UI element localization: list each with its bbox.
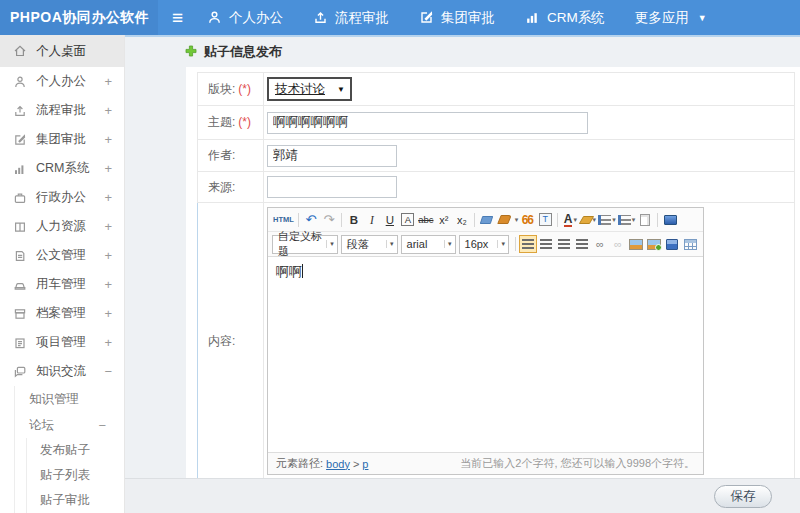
sidebar-item-vehicle[interactable]: 用车管理 + bbox=[0, 270, 124, 299]
media-button[interactable] bbox=[663, 235, 681, 253]
media-icon bbox=[666, 239, 678, 250]
caret-down-icon: ▼ bbox=[698, 13, 707, 23]
new-document-button[interactable] bbox=[636, 211, 654, 229]
eraser-button[interactable] bbox=[478, 211, 496, 229]
board-select[interactable]: 技术讨论 ▼ bbox=[267, 77, 352, 101]
strikethrough-button[interactable]: abc bbox=[417, 211, 435, 229]
nav-item-personal-office[interactable]: 个人办公 bbox=[207, 9, 283, 27]
rich-text-editor: HTML ↶ ↷ B I U A abc x² bbox=[267, 207, 704, 475]
sidebar-item-group-approval[interactable]: 集团审批 + bbox=[0, 125, 124, 154]
form-panel: 版块:(*) 技术讨论 ▼ 主题:(*) 作者: bbox=[186, 67, 800, 478]
content-header: 贴子信息发布 bbox=[125, 37, 800, 67]
italic-button[interactable]: I bbox=[363, 211, 381, 229]
sidebar-item-personal-office[interactable]: 个人办公 + bbox=[0, 67, 124, 96]
table-button[interactable] bbox=[681, 235, 699, 253]
element-path-label: 元素路径: bbox=[276, 456, 323, 471]
person-icon bbox=[13, 75, 28, 89]
font-color-button[interactable]: A▾ bbox=[561, 211, 579, 229]
bold-button[interactable]: B bbox=[345, 211, 363, 229]
sidebar-item-projects[interactable]: 项目管理 + bbox=[0, 328, 124, 357]
sidebar-item-hr[interactable]: 人力资源 + bbox=[0, 212, 124, 241]
sidebar-item-workflow-approval[interactable]: 流程审批 + bbox=[0, 96, 124, 125]
collapse-icon[interactable]: − bbox=[98, 418, 106, 433]
chat-icon bbox=[13, 365, 28, 379]
nav-item-workflow-approval[interactable]: 流程审批 bbox=[313, 9, 389, 27]
sidebar-item-knowledge-mgmt[interactable]: 知识管理 bbox=[15, 386, 124, 412]
sidebar-item-official-docs[interactable]: 公文管理 + bbox=[0, 241, 124, 270]
sidebar-item-post-publish[interactable]: 发布贴子 bbox=[27, 438, 124, 463]
align-left-icon bbox=[522, 239, 534, 249]
font-border-button[interactable]: A bbox=[401, 213, 414, 226]
sidebar-item-forum[interactable]: 论坛 − bbox=[15, 412, 124, 438]
nav-item-more-apps[interactable]: 更多应用 ▼ bbox=[635, 9, 707, 27]
source-input[interactable] bbox=[267, 176, 397, 198]
caret-down-icon: ▾ bbox=[386, 240, 394, 248]
redo-button[interactable]: ↷ bbox=[320, 211, 338, 229]
image-button[interactable] bbox=[627, 235, 645, 253]
ordered-list-button[interactable]: ▾ bbox=[597, 211, 617, 229]
expand-icon[interactable]: + bbox=[104, 219, 112, 234]
book-icon bbox=[13, 220, 28, 234]
align-center-button[interactable] bbox=[537, 235, 555, 253]
sidebar-item-crm[interactable]: CRM系统 + bbox=[0, 154, 124, 183]
document-icon bbox=[13, 249, 28, 263]
sidebar-item-archives[interactable]: 档案管理 + bbox=[0, 299, 124, 328]
sidebar-item-personal-desktop[interactable]: 个人桌面 bbox=[0, 35, 124, 67]
new-document-icon bbox=[640, 214, 650, 226]
sidebar-item-post-approval[interactable]: 贴子审批 bbox=[27, 488, 124, 513]
custom-title-dropdown[interactable]: 自定义标题▾ bbox=[272, 235, 338, 254]
expand-icon[interactable]: + bbox=[104, 306, 112, 321]
expand-icon[interactable]: + bbox=[104, 103, 112, 118]
align-justify-button[interactable] bbox=[573, 235, 591, 253]
superscript-button[interactable]: x² bbox=[435, 211, 453, 229]
chart-icon bbox=[13, 162, 28, 176]
sidebar-item-knowledge[interactable]: 知识交流 − bbox=[0, 357, 124, 386]
form-footer: 保存 bbox=[125, 478, 800, 513]
font-size-dropdown[interactable]: 16px▾ bbox=[459, 235, 509, 254]
expand-icon[interactable]: + bbox=[104, 161, 112, 176]
subject-input[interactable] bbox=[267, 112, 588, 134]
remove-link-button[interactable]: ∞ bbox=[609, 235, 627, 253]
paste-as-text-button[interactable]: T bbox=[539, 213, 552, 226]
nav-item-group-approval[interactable]: 集团审批 bbox=[419, 9, 495, 27]
fullscreen-button[interactable] bbox=[661, 211, 679, 229]
nav-item-crm[interactable]: CRM系统 bbox=[525, 9, 605, 27]
font-family-dropdown[interactable]: arial▾ bbox=[401, 235, 456, 254]
align-right-button[interactable] bbox=[555, 235, 573, 253]
collapse-icon[interactable]: − bbox=[104, 364, 112, 379]
expand-icon[interactable]: + bbox=[104, 190, 112, 205]
expand-icon[interactable]: + bbox=[104, 277, 112, 292]
expand-icon[interactable]: + bbox=[104, 132, 112, 147]
editor-toolbar-row1: HTML ↶ ↷ B I U A abc x² bbox=[268, 208, 703, 232]
highlight-color-button[interactable]: ▾ bbox=[579, 211, 597, 229]
blockquote-button[interactable]: 66 bbox=[518, 211, 536, 229]
path-body-link[interactable]: body bbox=[326, 458, 350, 470]
save-button[interactable]: 保存 bbox=[714, 485, 772, 508]
sidebar-item-post-list[interactable]: 贴子列表 bbox=[27, 463, 124, 488]
html-source-button[interactable]: HTML bbox=[272, 211, 295, 229]
undo-button[interactable]: ↶ bbox=[302, 211, 320, 229]
editor-text: 啊啊 bbox=[276, 264, 302, 279]
unordered-list-button[interactable]: ▾ bbox=[617, 211, 637, 229]
format-brush-button[interactable] bbox=[496, 211, 514, 229]
expand-icon[interactable]: + bbox=[104, 74, 112, 89]
highlighter-icon bbox=[578, 216, 594, 224]
top-navbar: PHPOA协同办公软件 ≡ 个人办公 流程审批 集团审批 CRM系统 更多应用 … bbox=[0, 0, 800, 35]
insert-image-button[interactable] bbox=[645, 235, 663, 253]
content-label: 内容: bbox=[208, 334, 235, 348]
expand-icon[interactable]: + bbox=[104, 248, 112, 263]
caret-down-icon: ▼ bbox=[337, 85, 345, 94]
editor-content-area[interactable]: 啊啊 bbox=[268, 257, 703, 452]
align-left-button[interactable] bbox=[519, 235, 537, 253]
author-input[interactable] bbox=[267, 145, 397, 167]
forum-submenu: 发布贴子 贴子列表 贴子审批 论坛版块设置 bbox=[26, 438, 124, 513]
path-p-link[interactable]: p bbox=[362, 458, 368, 470]
insert-link-button[interactable]: ∞ bbox=[591, 235, 609, 253]
sidebar-item-admin-office[interactable]: 行政办公 + bbox=[0, 183, 124, 212]
paragraph-dropdown[interactable]: 段落▾ bbox=[341, 235, 398, 254]
expand-icon[interactable]: + bbox=[104, 335, 112, 350]
underline-button[interactable]: U bbox=[381, 211, 399, 229]
subscript-button[interactable]: x₂ bbox=[453, 211, 471, 229]
post-form: 版块:(*) 技术讨论 ▼ 主题:(*) 作者: bbox=[197, 72, 795, 478]
hamburger-menu-icon[interactable]: ≡ bbox=[172, 8, 183, 27]
